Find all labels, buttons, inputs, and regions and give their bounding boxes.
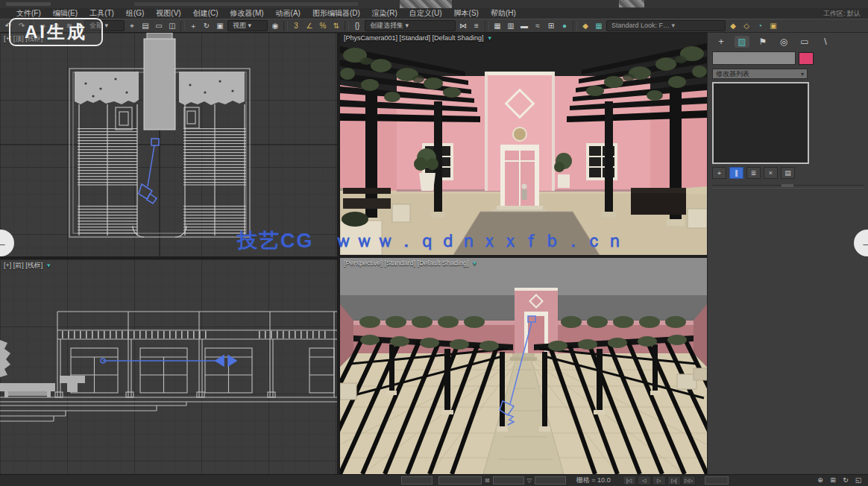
chevron-down-icon: ▾ xyxy=(801,71,804,78)
window-crossing-icon[interactable]: ◫ xyxy=(166,20,178,31)
coordinate-y-field[interactable] xyxy=(535,476,566,485)
menu-item[interactable]: 脚本(S) xyxy=(448,8,485,19)
tab-motion[interactable]: ◎ xyxy=(776,36,791,48)
select-and-scale-icon[interactable]: ▣ xyxy=(214,20,226,31)
make-unique-button[interactable]: ≣ xyxy=(746,167,761,179)
viewport-camera[interactable]: [PhysCamera001] [Standard] [Default Shad… xyxy=(340,33,707,255)
tab-display[interactable]: ▭ xyxy=(797,36,812,48)
material-editor-icon[interactable]: ● xyxy=(559,20,570,31)
menu-item[interactable]: 自定义(U) xyxy=(403,8,448,19)
separator[interactable] xyxy=(180,21,185,31)
rollout-divider[interactable] xyxy=(712,185,864,189)
chevron-down-icon: ▼ xyxy=(45,262,51,269)
menu-item[interactable]: 图形编辑器(D) xyxy=(306,8,366,19)
render-production-icon[interactable]: ◆ xyxy=(727,20,739,31)
separator[interactable] xyxy=(283,21,288,31)
menu-item[interactable]: 组(G) xyxy=(120,8,150,19)
maximize-viewport-icon[interactable]: ◱ xyxy=(853,476,864,485)
mirror-icon[interactable]: ⋈ xyxy=(457,20,469,31)
select-object-icon[interactable]: ⌖ xyxy=(126,20,138,31)
modifier-list-dropdown[interactable]: 修改器列表 ▾ xyxy=(712,69,808,79)
viewport-perspective[interactable]: [Perspective] [Standard] [Default Shadin… xyxy=(340,258,707,474)
remove-modifier-button[interactable]: × xyxy=(764,167,778,179)
zoom-icon[interactable]: ⊕ xyxy=(815,476,825,485)
go-to-start-button[interactable]: |◁ xyxy=(623,476,636,485)
menu-item[interactable]: 修改器(M) xyxy=(224,8,270,19)
menu-item[interactable]: 工具(T) xyxy=(84,8,120,19)
viewport-top[interactable]: [+] [顶] [线框] ▼ xyxy=(0,33,337,256)
object-color-swatch[interactable] xyxy=(799,52,814,65)
quick-access-toolbar[interactable] xyxy=(6,2,51,6)
zoom-extents-icon[interactable]: ⊞ xyxy=(828,476,838,485)
rectangular-selection-icon[interactable]: ▭ xyxy=(153,20,165,31)
show-end-result-button[interactable]: ∥ xyxy=(729,167,743,179)
viewport-front[interactable]: [+] [前] [线框] ▼ xyxy=(0,259,337,474)
orbit-icon[interactable]: ↻ xyxy=(840,476,851,485)
tab-create[interactable]: + xyxy=(714,36,729,48)
menu-item[interactable]: 创建(C) xyxy=(187,8,224,19)
tab-hierarchy[interactable]: ⚑ xyxy=(755,36,770,48)
select-and-rotate-icon[interactable]: ↻ xyxy=(201,20,213,31)
object-name-field[interactable] xyxy=(712,51,796,65)
align-icon[interactable]: ≡ xyxy=(471,20,482,31)
edit-named-selection-sets-icon[interactable]: {} xyxy=(351,20,363,31)
snaps-toggle-icon[interactable]: 3 xyxy=(290,20,302,31)
menu-bar: 文件(F)编辑(E)工具(T)组(G)视图(V)创建(C)修改器(M)动画(A)… xyxy=(0,8,868,19)
configure-modifier-sets-button[interactable]: ▤ xyxy=(781,167,795,179)
command-panel: +▨⚑◎▭\ 修改器列表 ▾ ⌖∥≣×▤ xyxy=(707,33,868,474)
percent-snap-icon[interactable]: % xyxy=(317,20,329,31)
coordinate-x-field[interactable] xyxy=(493,476,524,485)
menu-item[interactable]: 动画(A) xyxy=(270,8,306,19)
select-by-name-icon[interactable]: ▤ xyxy=(139,20,151,31)
toggle-ribbon-icon[interactable]: ▬ xyxy=(518,20,530,31)
viewport-label-camera[interactable]: [PhysCamera001] [Standard] [Default Shad… xyxy=(344,34,493,42)
menu-item[interactable]: 帮助(H) xyxy=(485,8,522,19)
workspace-label[interactable]: 工作区: 默认 xyxy=(823,9,861,19)
named-selection-sets-dropdown[interactable]: 创建选择集 ▾ xyxy=(365,20,456,31)
spinner-snap-icon[interactable]: ⇅ xyxy=(330,20,342,31)
separator[interactable] xyxy=(345,21,349,31)
current-frame-field[interactable] xyxy=(705,476,729,485)
tab-modify[interactable]: ▨ xyxy=(735,36,749,48)
menu-item[interactable]: 文件(F) xyxy=(10,8,47,19)
modifier-stack[interactable] xyxy=(712,82,809,164)
ai-generated-badge: AI生成 xyxy=(9,18,103,46)
render-setup-icon[interactable]: ◆ xyxy=(579,20,591,31)
render-in-cloud-icon[interactable]: ◔ xyxy=(754,20,766,31)
status-bar: ⊠ ▽ 栅格 = 10.0 |◁◁▷▷|▷▷ ⊕⊞↻◱ xyxy=(0,474,868,486)
go-to-end-button[interactable]: ▷▷ xyxy=(682,476,696,485)
render-preset-dropdown[interactable]: Standard Look: F… ▾ xyxy=(606,20,726,31)
rendered-frame-window-icon[interactable]: ▦ xyxy=(593,20,605,31)
menu-item[interactable]: 视图(V) xyxy=(150,8,186,19)
3ds-max-window: 文件(F)编辑(E)工具(T)组(G)视图(V)创建(C)修改器(M)动画(A)… xyxy=(0,0,868,486)
menu-item[interactable]: 渲染(R) xyxy=(366,8,403,19)
censor-mosaic xyxy=(400,0,452,8)
separator[interactable] xyxy=(573,21,577,31)
separator[interactable] xyxy=(485,21,489,31)
maxscript-mini-listener[interactable] xyxy=(401,476,433,485)
next-frame-button[interactable]: ▷| xyxy=(667,476,681,485)
angle-snap-icon[interactable]: ∠ xyxy=(304,20,315,31)
toggle-scene-explorer-icon[interactable]: ▦ xyxy=(491,20,503,31)
selection-lock-toggle[interactable]: ⊠ xyxy=(485,477,490,484)
pin-stack-button[interactable]: ⌖ xyxy=(712,167,726,179)
previous-frame-button[interactable]: ◁ xyxy=(638,476,651,485)
menu-item[interactable]: 编辑(E) xyxy=(47,8,84,19)
schematic-view-icon[interactable]: ⊞ xyxy=(545,20,557,31)
titlebar xyxy=(0,0,868,8)
open-rendered-frame-icon[interactable]: ▣ xyxy=(767,20,779,31)
reference-coordinate-dropdown[interactable]: 视图 ▾ xyxy=(227,20,268,31)
toggle-layer-explorer-icon[interactable]: ▥ xyxy=(505,20,517,31)
window-title-ghost xyxy=(134,2,358,6)
viewport-label-front[interactable]: [+] [前] [线框] ▼ xyxy=(4,261,51,271)
chevron-down-icon[interactable]: ▽ xyxy=(527,477,532,484)
viewport-label-perspective[interactable]: [Perspective] [Standard] [Default Shadin… xyxy=(344,259,478,267)
play-button[interactable]: ▷ xyxy=(652,476,666,485)
render-iterative-icon[interactable]: ◇ xyxy=(740,20,752,31)
main-toolbar: ↶↷∞⊘≋全部 ▾⌖▤▭◫＋↻▣视图 ▾◉3∠%⇅{}创建选择集 ▾⋈≡▦▥▬≈… xyxy=(0,19,868,33)
curve-editor-icon[interactable]: ≈ xyxy=(532,20,544,31)
tab-utilities[interactable]: \ xyxy=(818,36,833,48)
use-pivot-center-icon[interactable]: ◉ xyxy=(269,20,281,31)
select-and-move-icon[interactable]: ＋ xyxy=(187,20,199,31)
grid-size-label: 栅格 = 10.0 xyxy=(576,476,611,485)
